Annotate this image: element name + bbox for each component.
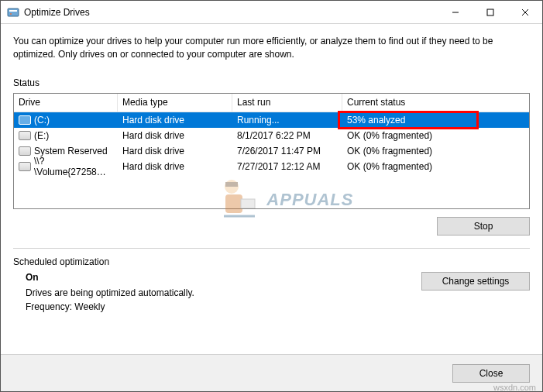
drive-last-run: Running... <box>232 112 342 128</box>
scheduled-desc: Drives are being optimized automatically… <box>26 287 421 298</box>
drive-media: Hard disk drive <box>118 159 232 174</box>
drive-name: (E:) <box>34 130 49 141</box>
status-label: Status <box>13 77 530 88</box>
maximize-button[interactable] <box>473 1 507 23</box>
drive-name: System Reserved <box>34 146 108 156</box>
close-button[interactable] <box>507 1 542 23</box>
change-settings-button[interactable]: Change settings <box>421 272 530 291</box>
close-window-button[interactable]: Close <box>452 364 530 383</box>
drive-status: 53% analyzed <box>342 112 529 128</box>
intro-text: You can optimize your drives to help you… <box>13 35 530 62</box>
drive-icon <box>19 115 31 125</box>
drive-last-run: 8/1/2017 6:22 PM <box>232 128 342 143</box>
col-status[interactable]: Current status <box>342 94 529 112</box>
col-last[interactable]: Last run <box>232 94 342 112</box>
drive-name: (C:) <box>34 115 50 126</box>
drive-status: OK (0% fragmented) <box>342 143 529 159</box>
col-drive[interactable]: Drive <box>14 94 118 112</box>
scheduled-freq: Frequency: Weekly <box>26 301 421 312</box>
svg-rect-1 <box>9 10 17 12</box>
window-controls <box>438 1 542 23</box>
svg-rect-4 <box>487 9 493 15</box>
drive-status: OK (0% fragmented) <box>342 128 529 143</box>
drive-icon <box>19 131 31 140</box>
drive-status: OK (0% fragmented) <box>342 159 529 174</box>
drive-list[interactable]: Drive Media type Last run Current status… <box>13 93 530 209</box>
divider <box>13 248 530 249</box>
app-icon <box>7 6 19 19</box>
scheduled-heading: Scheduled optimization <box>13 256 530 267</box>
window-title: Optimize Drives <box>24 7 90 18</box>
footer: Close <box>1 354 542 391</box>
svg-rect-0 <box>8 9 19 16</box>
minimize-button[interactable] <box>438 1 473 23</box>
scheduled-on: On <box>26 272 421 283</box>
titlebar: Optimize Drives <box>1 1 542 24</box>
highlight-box <box>338 111 479 129</box>
drive-header: Drive Media type Last run Current status <box>14 94 529 112</box>
drive-row[interactable]: \\?\Volume{27258…Hard disk drive7/27/201… <box>14 159 529 174</box>
drive-media: Hard disk drive <box>118 128 232 143</box>
drive-media: Hard disk drive <box>118 112 232 128</box>
stop-button[interactable]: Stop <box>437 217 530 236</box>
drive-last-run: 7/27/2017 12:12 AM <box>232 159 342 174</box>
drive-media: Hard disk drive <box>118 143 232 159</box>
drive-icon <box>19 162 31 171</box>
svg-point-2 <box>10 13 12 15</box>
drive-last-run: 7/26/2017 11:47 PM <box>232 143 342 159</box>
drive-row[interactable]: (C:)Hard disk driveRunning...53% analyze… <box>14 112 529 128</box>
drive-name: \\?\Volume{27258… <box>34 156 113 177</box>
drive-icon <box>19 146 31 156</box>
col-media[interactable]: Media type <box>118 94 232 112</box>
drive-row[interactable]: (E:)Hard disk drive8/1/2017 6:22 PMOK (0… <box>14 128 529 143</box>
